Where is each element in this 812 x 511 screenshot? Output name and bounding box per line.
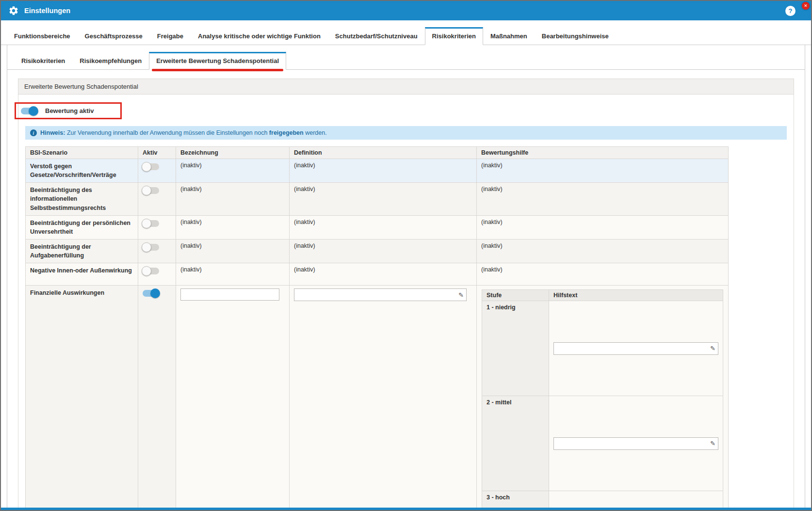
col-bsi-szenario: BSI-Szenario <box>26 147 138 159</box>
inactive-text: (inaktiv) <box>290 239 477 263</box>
stufe-label: 1 - niedrig <box>482 301 549 396</box>
inactive-text: (inaktiv) <box>477 215 729 239</box>
bottom-accent-strip <box>1 508 811 510</box>
close-icon[interactable]: ✕ <box>802 2 810 10</box>
risikokriterien-panel: Risikokriterien Risikoempfehlungen Erwei… <box>7 45 805 511</box>
definition-input-wrap: ✎ <box>294 288 467 301</box>
inactive-text: (inaktiv) <box>477 159 729 183</box>
inactive-text: (inaktiv) <box>477 239 729 263</box>
inactive-text: (inaktiv) <box>477 183 729 215</box>
sub-tab-bar: Risikokriterien Risikoempfehlungen Erwei… <box>7 45 805 70</box>
scenario-toggle[interactable] <box>143 268 159 274</box>
bewertung-aktiv-toggle[interactable] <box>21 108 37 114</box>
col-bezeichnung: Bezeichnung <box>176 147 290 159</box>
tab-funktionsbereiche[interactable]: Funktionsbereiche <box>7 27 78 45</box>
fieldset-title: Erweiterte Bewertung Schadenspotential <box>18 79 794 95</box>
inactive-text: (inaktiv) <box>290 183 477 215</box>
inactive-text: (inaktiv) <box>290 215 477 239</box>
toggle-knob <box>142 266 151 276</box>
hilfstext-input-wrap: ✎ <box>553 342 718 355</box>
hilfstext-input[interactable] <box>554 343 710 354</box>
help-icon[interactable]: ? <box>785 6 796 16</box>
stufe-label: 2 - mittel <box>482 396 549 491</box>
scenario-name: Finanzielle Auswirkungen <box>26 286 138 511</box>
col-bewertungshilfe: Bewertungshilfe <box>477 147 729 159</box>
scenario-name: Beeinträchtigung des informationellen Se… <box>26 183 138 215</box>
hint-bold-word: freigegeben <box>269 129 304 136</box>
table-row-finanzielle: Finanzielle Auswirkungen ✎ <box>26 286 729 511</box>
subtable-row: 1 - niedrig ✎ <box>482 301 723 396</box>
table-row: Verstoß gegen Gesetze/Vorschriften/Vertr… <box>26 159 729 183</box>
titlebar: Einstellungen ? <box>1 1 811 20</box>
table-row: Beeinträchtigung der persönlichen Unvers… <box>26 215 729 239</box>
edit-icon[interactable]: ✎ <box>710 440 715 447</box>
subtab-risikoempfehlungen[interactable]: Risikoempfehlungen <box>72 52 149 70</box>
hilfstext-input[interactable] <box>554 438 710 449</box>
hilfstext-input-wrap: ✎ <box>553 437 718 450</box>
hint-label: Hinweis: <box>40 129 65 136</box>
tab-bearbeitungshinweise[interactable]: Bearbeitungshinweise <box>535 27 616 45</box>
tab-massnahmen[interactable]: Maßnahmen <box>483 27 535 45</box>
table-header-row: BSI-Szenario Aktiv Bezeichnung Definitio… <box>26 147 729 159</box>
toggle-knob <box>150 288 160 298</box>
inactive-text: (inaktiv) <box>176 159 290 183</box>
bezeichnung-input[interactable] <box>180 288 279 301</box>
toggle-knob <box>142 162 151 172</box>
toggle-knob <box>142 219 151 228</box>
bewertung-aktiv-label: Bewertung aktiv <box>45 107 94 114</box>
table-row: Negative Innen-oder Außenwirkung (inakti… <box>26 263 729 286</box>
scenario-name: Negative Innen-oder Außenwirkung <box>26 263 138 286</box>
col-hilfstext: Hilfstext <box>549 290 723 301</box>
scenario-name: Beeinträchtigung der persönlichen Unvers… <box>26 215 138 239</box>
tab-risikokriterien[interactable]: Risikokriterien <box>425 27 483 45</box>
erweiterte-bewertung-fieldset: Erweiterte Bewertung Schadenspotential B… <box>18 79 794 511</box>
scenario-toggle[interactable] <box>143 163 159 170</box>
bewertungshilfe-subtable: Stufe Hilfstext 1 - niedrig ✎ <box>482 289 723 511</box>
tab-geschaeftsprozesse[interactable]: Geschäftsprozesse <box>78 27 150 45</box>
toggle-knob <box>142 186 151 195</box>
settings-window: ✕ Einstellungen ? Funktionsbereiche Gesc… <box>0 0 812 511</box>
scenario-toggle[interactable] <box>143 220 159 227</box>
col-stufe: Stufe <box>482 290 549 301</box>
definition-input[interactable] <box>294 289 458 301</box>
toggle-knob <box>29 106 38 116</box>
hint-text: Zur Verwendung innerhalb der Anwendung m… <box>67 129 267 136</box>
inactive-text: (inaktiv) <box>176 263 290 286</box>
hint-text-after: werden. <box>305 129 326 136</box>
scenario-name: Beeinträchtigung der Aufgabenerfüllung <box>26 239 138 263</box>
scenario-name: Verstoß gegen Gesetze/Vorschriften/Vertr… <box>26 159 138 183</box>
inactive-text: (inaktiv) <box>477 263 729 286</box>
main-tab-bar: Funktionsbereiche Geschäftsprozesse Frei… <box>1 27 811 45</box>
inactive-text: (inaktiv) <box>290 263 477 286</box>
subtable-header-row: Stufe Hilfstext <box>482 290 723 301</box>
inactive-text: (inaktiv) <box>176 215 290 239</box>
inactive-text: (inaktiv) <box>290 159 477 183</box>
scenario-toggle[interactable] <box>143 244 159 251</box>
bsi-szenario-table: BSI-Szenario Aktiv Bezeichnung Definitio… <box>25 146 729 511</box>
col-definition: Definition <box>290 147 477 159</box>
inactive-text: (inaktiv) <box>176 183 290 215</box>
tab-freigabe[interactable]: Freigabe <box>150 27 191 45</box>
annotation-red-box: Bewertung aktiv <box>15 102 122 119</box>
scenario-toggle[interactable] <box>143 187 159 194</box>
gear-icon <box>8 5 19 16</box>
subtable-row: 2 - mittel ✎ <box>482 396 723 491</box>
subtab-erweiterte-bewertung[interactable]: Erweiterte Bewertung Schadenspotential <box>149 52 286 70</box>
table-row: Beeinträchtigung der Aufgabenerfüllung (… <box>26 239 729 263</box>
tab-schutzbedarf[interactable]: Schutzbedarf/Schutzniveau <box>328 27 425 45</box>
edit-icon[interactable]: ✎ <box>710 345 715 351</box>
scenario-toggle[interactable] <box>143 290 159 297</box>
hint-bar: i Hinweis: Zur Verwendung innerhalb der … <box>25 126 787 140</box>
subtab-risikokriterien[interactable]: Risikokriterien <box>14 52 72 70</box>
edit-icon[interactable]: ✎ <box>458 292 464 298</box>
toggle-knob <box>142 242 151 252</box>
inactive-text: (inaktiv) <box>176 239 290 263</box>
subtab-label: Erweiterte Bewertung Schadenspotential <box>156 57 279 64</box>
window-title: Einstellungen <box>24 7 70 15</box>
tab-analyse-kritische-funktion[interactable]: Analyse kritische oder wichtige Funktion <box>191 27 328 45</box>
table-row: Beeinträchtigung des informationellen Se… <box>26 183 729 215</box>
info-icon: i <box>30 129 37 136</box>
annotation-red-underline <box>152 69 283 71</box>
col-aktiv: Aktiv <box>138 147 176 159</box>
